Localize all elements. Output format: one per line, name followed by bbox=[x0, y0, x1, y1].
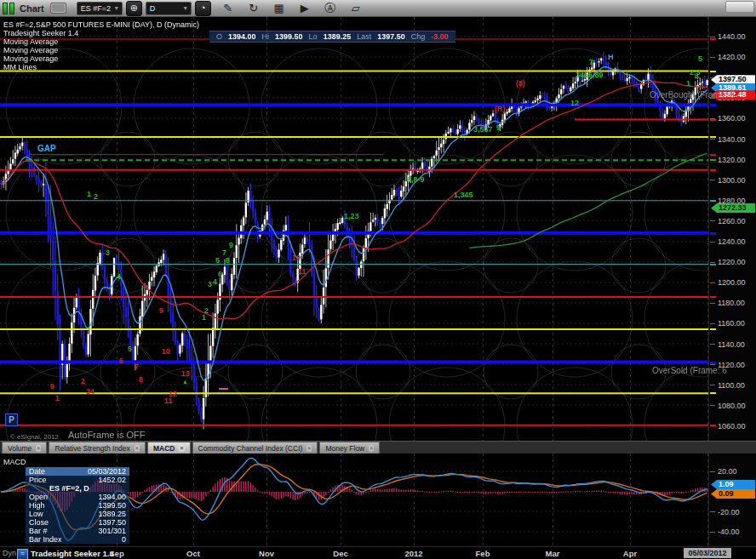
tab-close-icon[interactable]: × bbox=[36, 445, 41, 452]
layout-badge-icon bbox=[50, 3, 66, 14]
erase-button[interactable]: ▱ bbox=[347, 1, 364, 15]
interval-combo[interactable]: D ▾ bbox=[146, 2, 192, 15]
signal-label: ▲ bbox=[182, 378, 188, 385]
tab-close-icon[interactable]: × bbox=[135, 445, 140, 452]
main-price-axis[interactable]: 1440.001420.001400.001380.001360.001340.… bbox=[708, 17, 756, 441]
signal-label: 10 bbox=[162, 348, 170, 356]
change-value: -3.00 bbox=[431, 32, 449, 41]
tooltip-row-label: Bar Index bbox=[29, 535, 62, 544]
high-value: 1399.50 bbox=[275, 32, 303, 41]
draw-tool-button[interactable]: ✎ bbox=[220, 1, 237, 15]
mm-line-tick bbox=[710, 362, 716, 364]
signal-label: (8) bbox=[516, 80, 525, 88]
high-label: Hi bbox=[262, 32, 270, 41]
quote-board-button[interactable]: ▦ bbox=[271, 1, 288, 15]
tab-relative-strength-index[interactable]: Relative Strength Index× bbox=[49, 442, 145, 454]
tooltip-row-value: 0 bbox=[122, 535, 126, 544]
end-date-label: 05/03/2012 bbox=[684, 548, 731, 558]
chart-window-icon bbox=[3, 3, 14, 14]
last-value: 1397.50 bbox=[377, 32, 405, 41]
auto-icon: Ⓐ bbox=[324, 2, 335, 14]
autoframe-status: AutoFrame is OFF bbox=[68, 430, 145, 440]
axis-tick-label: 20.00 bbox=[718, 467, 737, 476]
signal-label: 11 bbox=[164, 397, 173, 405]
oversold-label: OverSold (Frame: 6 bbox=[652, 366, 727, 375]
mm-line-tick bbox=[710, 169, 716, 171]
reload-button[interactable]: ↻ bbox=[245, 1, 262, 15]
tab-money-flow[interactable]: Money Flow× bbox=[319, 442, 380, 454]
signal-label: 7 bbox=[589, 59, 593, 66]
axis-tick bbox=[710, 364, 715, 365]
axis-tick-label: 1080.00 bbox=[718, 402, 746, 410]
replay-button[interactable]: ▶ bbox=[296, 1, 313, 15]
tab-close-icon[interactable]: × bbox=[306, 445, 312, 452]
tooltip-row-label: Price bbox=[29, 476, 47, 484]
page-tab-icon: ≈ bbox=[17, 549, 28, 559]
axis-tick-label: 1100.00 bbox=[718, 381, 745, 390]
axis-tick bbox=[710, 57, 715, 58]
legend-study: MM Lines bbox=[3, 63, 199, 71]
tooltip-row: Low1389.25 bbox=[26, 510, 129, 518]
open-label: O bbox=[216, 32, 222, 41]
symbol-lookup-button[interactable]: ⊕ bbox=[126, 1, 142, 16]
signal-label: 7 bbox=[135, 363, 139, 371]
signal-label: 3 bbox=[208, 281, 212, 288]
time-template-button[interactable]: ◔ bbox=[195, 1, 211, 16]
window-title: Chart bbox=[20, 3, 44, 14]
signal-label: 9 bbox=[229, 242, 233, 249]
mm-line-tick bbox=[710, 232, 716, 235]
price-tag: 1272.33 bbox=[711, 203, 755, 213]
tab-commodity-channel-index-cci-[interactable]: Commodity Channel Index (CCI)× bbox=[192, 442, 318, 454]
autoscale-button[interactable]: Ⓐ bbox=[322, 1, 339, 15]
tab-volume[interactable]: Volume× bbox=[2, 442, 47, 454]
axis-tick bbox=[710, 242, 715, 242]
legend-series: ES #F=2,S&P 500 FUTURES E-MINI (DAY), D … bbox=[3, 20, 199, 29]
tooltip-row-label: Date bbox=[29, 467, 45, 476]
signal-label: 6 bbox=[119, 357, 123, 365]
signal-label: 1,23 bbox=[344, 213, 359, 220]
signal-label: 4 bbox=[117, 273, 121, 281]
tooltip-row: Date05/03/2012 bbox=[26, 467, 129, 476]
axis-tick-label: 1060.00 bbox=[718, 422, 746, 431]
data-tooltip: Date05/03/2012Price1452.02ES #F=2, DOpen… bbox=[26, 467, 129, 544]
month-label: Sep bbox=[100, 549, 134, 558]
tab-close-icon[interactable]: × bbox=[179, 445, 184, 452]
tab-label: Commodity Channel Index (CCI) bbox=[198, 444, 303, 453]
axis-tick bbox=[710, 262, 715, 263]
mm-line-tick bbox=[710, 200, 716, 202]
signal-label: 6 bbox=[218, 271, 222, 278]
signal-label: 12 bbox=[570, 100, 579, 107]
quote-board-icon: ▦ bbox=[274, 2, 284, 14]
signal-label: 9 bbox=[159, 307, 163, 315]
signal-label: 11 bbox=[298, 268, 306, 276]
tooltip-row: Bar Index0 bbox=[26, 535, 129, 544]
month-label: Nov bbox=[249, 549, 284, 558]
mm-line-tick bbox=[710, 392, 716, 394]
axis-tick bbox=[710, 471, 715, 472]
tooltip-row: Close1397.50 bbox=[26, 518, 129, 527]
axis-tick bbox=[710, 180, 715, 180]
tooltip-row: Bar #301/301 bbox=[26, 527, 129, 535]
tab-macd[interactable]: MACD× bbox=[147, 442, 191, 454]
quote-bar: O1394.00 Hi1399.50 Lo1389.25 Last1397.50… bbox=[209, 31, 455, 43]
window-controls[interactable] bbox=[725, 1, 754, 13]
tooltip-row-value: 05/03/2012 bbox=[88, 467, 126, 476]
page-tab-partial[interactable]: Dyn bbox=[3, 549, 16, 557]
macd-value-axis[interactable]: 20.00-20.00-40.001.090.09 bbox=[708, 453, 756, 546]
tooltip-row-label: High bbox=[29, 501, 45, 510]
clock-icon: ◔ bbox=[200, 3, 206, 13]
mm-line-tick bbox=[710, 38, 716, 40]
macd-value-tag: 1.09 bbox=[711, 480, 755, 489]
main-chart-canvas[interactable] bbox=[0, 17, 708, 441]
signal-label: 6,8-9 bbox=[407, 176, 425, 184]
legend-study: Moving Average bbox=[3, 46, 199, 54]
axis-tick-label: 1420.00 bbox=[718, 53, 746, 61]
mm-line-tick bbox=[710, 104, 716, 106]
mm-line-tick bbox=[710, 264, 716, 265]
symbol-combo[interactable]: ES #F=2 ▾ bbox=[77, 2, 123, 15]
tab-close-icon[interactable]: × bbox=[369, 445, 374, 452]
signal-label: 4 bbox=[695, 73, 699, 81]
signal-label: 1,345 bbox=[454, 191, 473, 199]
change-label: Chg bbox=[411, 32, 426, 41]
axis-tick bbox=[710, 385, 715, 385]
